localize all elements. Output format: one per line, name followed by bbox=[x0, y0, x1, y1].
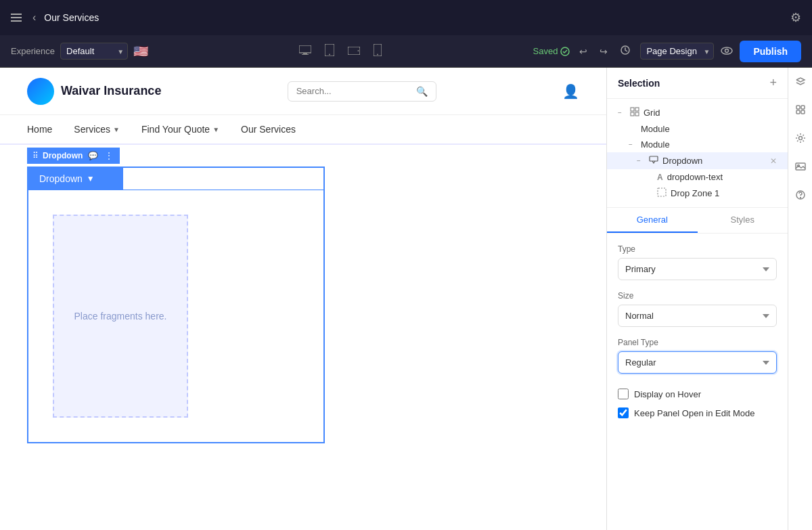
svg-rect-17 bbox=[650, 156, 658, 161]
svg-point-6 bbox=[358, 50, 359, 51]
tree-toggle-grid: − bbox=[618, 109, 626, 116]
dropzone-icon bbox=[657, 187, 667, 199]
tab-styles[interactable]: Styles bbox=[698, 208, 788, 233]
redo-button[interactable]: ↪ bbox=[597, 43, 610, 60]
desktop-view-btn[interactable] bbox=[295, 43, 315, 60]
experience-select[interactable]: Default bbox=[60, 43, 128, 60]
panel-icon-components[interactable] bbox=[792, 102, 809, 120]
tablet-view-btn[interactable] bbox=[321, 41, 338, 61]
tree-item-grid[interactable]: − Grid bbox=[607, 104, 788, 121]
nav-item-services[interactable]: Services ▼ bbox=[74, 124, 120, 135]
svg-point-4 bbox=[329, 54, 330, 56]
fragment-placeholder-text: Place fragments here. bbox=[74, 311, 167, 322]
svg-rect-2 bbox=[302, 54, 309, 55]
size-select[interactable]: Small Normal Large bbox=[618, 305, 777, 327]
back-icon[interactable]: ‹ bbox=[32, 12, 36, 24]
site-logo: Waivar Insurance bbox=[27, 78, 161, 105]
right-side: Selection + − Grid Mod bbox=[606, 68, 812, 530]
display-on-hover-checkbox[interactable] bbox=[618, 389, 629, 399]
text-icon: A bbox=[657, 173, 663, 182]
main-area: Waivar Insurance 🔍 👤 Home Services ▼ Fin… bbox=[0, 68, 812, 530]
mobile-h-view-btn[interactable] bbox=[344, 43, 364, 60]
panel-tabs: General Styles bbox=[607, 208, 788, 234]
page-design-select[interactable]: Page Design bbox=[640, 43, 714, 60]
search-box[interactable]: 🔍 bbox=[288, 81, 436, 102]
nav-menu: Home Services ▼ Find Your Quote ▼ Our Se… bbox=[0, 115, 606, 145]
type-select[interactable]: Primary Secondary Ghost bbox=[618, 258, 777, 280]
tree-label-dropdown: Dropdown bbox=[662, 156, 766, 166]
tree-view: − Grid Module − Module bbox=[607, 99, 788, 208]
panel-type-label: Panel Type bbox=[618, 338, 777, 347]
preview-button[interactable] bbox=[721, 45, 733, 58]
nav-item-findquote[interactable]: Find Your Quote ▼ bbox=[141, 124, 219, 135]
svg-rect-0 bbox=[299, 45, 311, 53]
drag-handle-icon[interactable]: ⠿ bbox=[32, 151, 39, 160]
top-bar-left: ‹ Our Services bbox=[11, 11, 99, 24]
undo-button[interactable]: ↩ bbox=[577, 43, 590, 60]
panel-icon-settings[interactable] bbox=[792, 130, 809, 149]
services-chevron-icon: ▼ bbox=[113, 126, 120, 133]
panel-type-select[interactable]: Regular Full Width Mega Menu bbox=[618, 351, 777, 374]
toolbar-center bbox=[295, 41, 386, 61]
page-title: Our Services bbox=[44, 12, 99, 23]
search-input[interactable] bbox=[296, 86, 411, 96]
panel-icon-media[interactable] bbox=[792, 158, 809, 177]
svg-rect-15 bbox=[631, 112, 634, 116]
nav-item-ourservices[interactable]: Our Services bbox=[241, 124, 296, 135]
panel-type-property: Panel Type Regular Full Width Mega Menu bbox=[618, 338, 777, 374]
dropdown-panel: Place fragments here. bbox=[28, 190, 323, 442]
display-on-hover-row: Display on Hover bbox=[618, 384, 777, 403]
tab-general[interactable]: General bbox=[607, 208, 698, 233]
search-icon: 🔍 bbox=[416, 86, 428, 97]
component-toolbar: ⠿ Dropdown 💬 ⋮ bbox=[27, 148, 120, 164]
dropdown-button-label: Dropdown bbox=[39, 173, 83, 184]
toolbar-left: Experience Default ▼ 🇺🇸 bbox=[11, 43, 148, 60]
publish-button[interactable]: Publish bbox=[740, 41, 801, 62]
website-preview: Waivar Insurance 🔍 👤 Home Services ▼ Fin… bbox=[0, 68, 606, 530]
settings-icon[interactable]: ⚙ bbox=[790, 10, 801, 25]
component-more-btn[interactable]: ⋮ bbox=[104, 150, 114, 162]
svg-point-23 bbox=[798, 137, 802, 140]
mobile-v-view-btn[interactable] bbox=[369, 41, 386, 61]
panel-icon-help[interactable] bbox=[792, 187, 809, 206]
tree-item-dropdown[interactable]: − Dropdown ✕ bbox=[607, 152, 788, 169]
site-name: Waivar Insurance bbox=[61, 84, 161, 98]
tree-item-dropzone[interactable]: Drop Zone 1 bbox=[607, 185, 788, 202]
svg-rect-20 bbox=[801, 106, 805, 109]
panel-icon-layers[interactable] bbox=[792, 73, 809, 92]
svg-rect-19 bbox=[796, 106, 800, 109]
add-element-button[interactable]: + bbox=[769, 76, 777, 90]
top-bar: ‹ Our Services ⚙ bbox=[0, 0, 812, 35]
fragment-placeholder: Place fragments here. bbox=[53, 215, 188, 418]
user-icon[interactable]: 👤 bbox=[562, 83, 579, 100]
keep-panel-open-label[interactable]: Keep Panel Open in Edit Mode bbox=[634, 408, 755, 418]
dropdown-container: Dropdown ▼ Place fragments here. bbox=[27, 167, 325, 443]
svg-rect-1 bbox=[303, 53, 307, 54]
svg-point-27 bbox=[800, 198, 800, 198]
selection-title: Selection bbox=[618, 78, 660, 89]
type-property: Type Primary Secondary Ghost bbox=[618, 244, 777, 280]
svg-rect-22 bbox=[801, 110, 805, 114]
display-on-hover-label[interactable]: Display on Hover bbox=[634, 389, 701, 399]
type-label: Type bbox=[618, 244, 777, 254]
tree-item-dropdown-text[interactable]: A dropdown-text bbox=[607, 169, 788, 185]
site-header: Waivar Insurance 🔍 👤 bbox=[0, 68, 606, 115]
top-bar-right: ⚙ bbox=[790, 10, 801, 25]
size-property: Size Small Normal Large bbox=[618, 291, 777, 327]
experience-label: Experience bbox=[11, 46, 55, 56]
tree-label-module1: Module bbox=[641, 124, 777, 134]
toolbar-right: Saved ↩ ↪ Page Design ▼ Publish bbox=[533, 41, 801, 62]
sidebar-toggle-icon[interactable] bbox=[11, 11, 24, 24]
nav-item-home[interactable]: Home bbox=[27, 124, 52, 135]
tree-close-dropdown[interactable]: ✕ bbox=[770, 156, 777, 166]
tree-item-module1[interactable]: Module bbox=[607, 121, 788, 137]
keep-panel-open-checkbox[interactable] bbox=[618, 407, 629, 418]
tree-label-dropzone: Drop Zone 1 bbox=[671, 188, 777, 198]
component-chat-btn[interactable]: 💬 bbox=[87, 150, 99, 162]
history-button[interactable] bbox=[617, 42, 633, 60]
tree-label-module2: Module bbox=[641, 139, 777, 150]
dropdown-trigger-button[interactable]: Dropdown ▼ bbox=[28, 168, 123, 190]
tree-label-dropdown-text: dropdown-text bbox=[667, 172, 777, 182]
tree-item-module2[interactable]: − Module bbox=[607, 137, 788, 152]
properties-panel: Type Primary Secondary Ghost Size Small bbox=[607, 234, 788, 433]
